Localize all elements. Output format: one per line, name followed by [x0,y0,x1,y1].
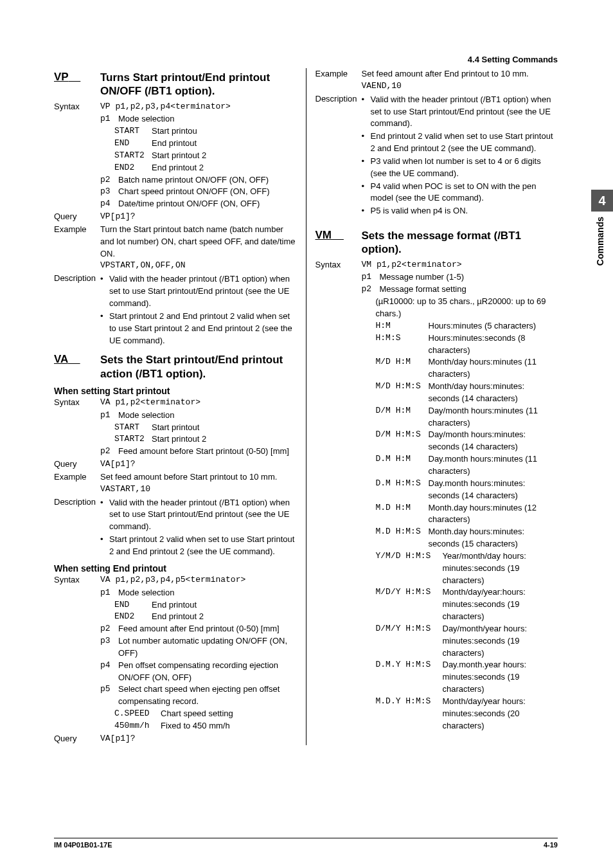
syntax-label: Syntax [54,101,100,113]
vp-syntax-row: Syntax VP p1,p2,p3,p4<terminator> [54,101,297,113]
va-code: VA [54,353,100,366]
vp-syntax: VP p1,p2,p3,p4<terminator> [100,101,297,113]
va-sub-end: When setting End printout [54,563,297,574]
vp-p1: Mode selection [118,113,297,125]
doc-id: IM 04P01B01-17E [54,841,112,849]
vp-desc-row: Description •Valid with the header print… [54,273,297,347]
vp-heading: VP Turns Start printout/End printout ON/… [54,71,297,98]
thumb-tab: 4 Commands [591,190,613,266]
page-body: 4.4 Setting Commands VP Turns Start prin… [54,55,558,745]
page-footer: IM 04P01B01-17E 4-19 [54,838,558,849]
right-column: Example Set feed amount after End printo… [306,68,558,745]
running-head: 4.4 Setting Commands [54,55,558,64]
va-heading: VA Sets the Start printout/End printout … [54,353,297,381]
vp-query-row: Query VP[p1]? [54,211,297,223]
va-title: Sets the Start printout/End printout act… [100,353,297,381]
vp-code: VP [54,71,100,84]
chapter-number-tab: 4 [591,190,613,212]
left-column: VP Turns Start printout/End printout ON/… [54,68,306,745]
page-number: 4-19 [544,841,558,849]
vm-code: VM [315,229,362,242]
chapter-label-tab: Commands [595,217,605,266]
two-column-layout: VP Turns Start printout/End printout ON/… [54,68,558,745]
va-sub-start: When setting Start printout [54,386,297,396]
vm-heading: VM Sets the message format (/BT1 option)… [315,229,558,257]
vm-title: Sets the message format (/BT1 option). [362,229,558,257]
vp-example-row: Example Turn the Start printout batch na… [54,224,297,272]
vp-title: Turns Start printout/End printout ON/OFF… [100,71,297,98]
